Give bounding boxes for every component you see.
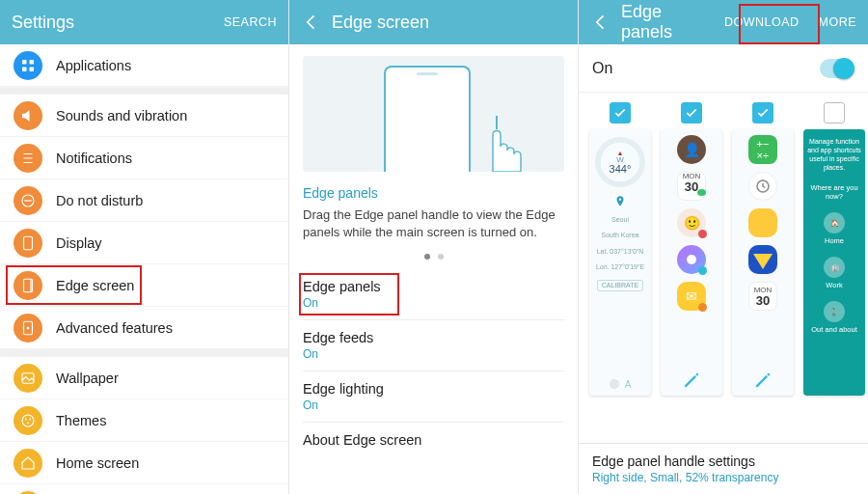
edge-appbar: Edge screen — [289, 0, 578, 44]
master-toggle-row[interactable]: On — [579, 44, 868, 93]
edge-options-list: Edge panelsOnEdge feedsOnEdge lightingOn… — [303, 269, 564, 457]
panel-check-4[interactable] — [824, 102, 845, 124]
teal-work-label: Work — [826, 281, 842, 289]
settings-item-label: Advanced features — [56, 320, 173, 336]
edit-icon[interactable] — [753, 370, 773, 390]
edge-row-edge-feeds[interactable]: Edge feedsOn — [303, 319, 564, 370]
edge-row-edge-panels[interactable]: Edge panelsOn — [303, 269, 564, 319]
adv-icon — [14, 314, 42, 343]
loc-country: South Korea — [602, 232, 639, 239]
svg-point-8 — [27, 326, 30, 329]
calc-icon: +−×÷ — [748, 135, 777, 164]
panel-check-3[interactable] — [752, 102, 773, 124]
loc-lon: Lon. 127°0'19"E — [596, 263, 644, 271]
settings-item-label: Wallpaper — [56, 370, 119, 386]
edge-row-edge-lighting[interactable]: Edge lightingOn — [303, 370, 564, 422]
edge-screen: Edge screen Edge panels Drag the Edge pa… — [289, 0, 579, 494]
settings-item-edge-screen[interactable]: Edge screen — [0, 264, 288, 307]
handle-desc: Right side, Small, 52% transparency — [592, 471, 854, 484]
row-title: Edge lighting — [303, 381, 564, 397]
panel-check-1[interactable] — [610, 102, 631, 124]
back-icon[interactable] — [301, 12, 322, 33]
calendar-icon: MON30 — [677, 172, 706, 201]
download-action[interactable]: DOWNLOAD — [724, 15, 800, 29]
edge-icon — [14, 271, 42, 300]
settings-screen: Settings SEARCH ApplicationsSounds and v… — [0, 0, 289, 494]
edge-row-about-edge-screen[interactable]: About Edge screen — [303, 422, 564, 457]
home-icon — [14, 449, 42, 478]
settings-item-applications[interactable]: Applications — [0, 44, 288, 87]
settings-appbar: Settings SEARCH — [0, 0, 288, 44]
svg-rect-3 — [30, 67, 35, 71]
svg-rect-5 — [24, 236, 33, 250]
toggle-switch[interactable] — [820, 59, 854, 78]
panels-title: Edge panels — [621, 2, 715, 42]
display-icon — [14, 229, 42, 258]
avatar-icon: 👤 — [677, 135, 706, 164]
row-state: On — [303, 296, 564, 310]
teal-question: Where are you now? — [807, 183, 861, 201]
back-icon[interactable] — [590, 12, 611, 33]
compass-deg: 344° — [610, 164, 632, 175]
settings-item-label: Themes — [56, 413, 106, 428]
teal-home: 🏠Home — [824, 212, 845, 245]
dot-active — [424, 254, 430, 260]
mail-icon: ✉ — [677, 282, 706, 311]
teal-out: 🚶Out and about — [811, 301, 857, 334]
settings-item-sounds-and-vibration[interactable]: Sounds and vibration — [0, 95, 288, 137]
more-action[interactable]: MORE — [819, 15, 857, 29]
settings-item-advanced-features[interactable]: Advanced features — [0, 307, 288, 349]
panel-col-4[interactable]: Manage function and app shortcuts useful… — [802, 102, 866, 435]
panel-col-2[interactable]: 👤 MON30 🙂 ✉ — [660, 102, 723, 435]
settings-item-themes[interactable]: Themes — [0, 399, 288, 442]
panel-preview-places: Manage function and app shortcuts useful… — [803, 129, 865, 396]
loc-lat: Lat. 037°13'0"N — [597, 248, 644, 256]
grid-icon — [14, 51, 42, 80]
panel-col-3[interactable]: +−×÷ MON30 — [731, 102, 795, 435]
edge-panels-heading: Edge panels — [303, 185, 564, 201]
settings-item-label: Notifications — [56, 151, 132, 166]
edge-panels-desc: Drag the Edge panel handle to view the E… — [303, 206, 564, 240]
row-title: Edge panels — [303, 279, 564, 294]
pin-icon — [613, 195, 627, 208]
panel-previews: ▲ W 344° Seoul South Korea Lat. 037°13'0… — [579, 93, 868, 443]
dot — [438, 254, 444, 260]
edit-icon[interactable] — [682, 370, 701, 390]
svg-rect-1 — [30, 60, 35, 65]
teal-work: 🏢Work — [824, 257, 845, 289]
edge-illustration — [303, 56, 564, 172]
row-title: About Edge screen — [303, 432, 564, 448]
contact-icon: 🙂 — [677, 208, 706, 237]
settings-item-wallpaper[interactable]: Wallpaper — [0, 357, 288, 399]
svg-rect-2 — [22, 67, 27, 71]
handle-settings-row[interactable]: Edge panel handle settings Right side, S… — [579, 443, 868, 494]
settings-item-notifications[interactable]: Notifications — [0, 137, 288, 179]
svg-point-13 — [27, 422, 29, 424]
panel-check-2[interactable] — [681, 102, 702, 124]
loc-city: Seoul — [611, 216, 629, 224]
settings-list: ApplicationsSounds and vibrationNotifica… — [0, 44, 288, 494]
search-action[interactable]: SEARCH — [224, 15, 277, 29]
svg-point-10 — [22, 415, 34, 426]
settings-item-label: Edge screen — [56, 278, 134, 293]
teal-out-label: Out and about — [811, 325, 857, 334]
svg-point-11 — [25, 418, 27, 420]
settings-item-do-not-disturb[interactable]: Do not disturb — [0, 179, 288, 222]
list-icon — [14, 144, 42, 173]
settings-item-label: Sounds and vibration — [56, 108, 187, 124]
settings-item-display[interactable]: Display — [0, 222, 288, 264]
panel-col-1[interactable]: ▲ W 344° Seoul South Korea Lat. 037°13'0… — [588, 102, 652, 435]
panel-preview-apps: +−×÷ MON30 — [732, 129, 794, 396]
svg-rect-0 — [22, 60, 27, 65]
phone-icon — [384, 66, 471, 172]
settings-item-lock-screen-and-security[interactable]: Lock screen and security — [0, 484, 288, 494]
dnd-icon — [14, 186, 42, 215]
cal2-day: 30 — [756, 294, 770, 307]
edge-body: Edge panels Drag the Edge panel handle t… — [289, 44, 578, 494]
wallet-icon — [748, 208, 777, 237]
settings-item-home-screen[interactable]: Home screen — [0, 442, 288, 484]
themes-icon — [14, 406, 42, 435]
lock-icon — [14, 491, 42, 495]
calibrate-button[interactable]: CALIBRATE — [597, 280, 643, 291]
teal-home-label: Home — [825, 236, 844, 245]
